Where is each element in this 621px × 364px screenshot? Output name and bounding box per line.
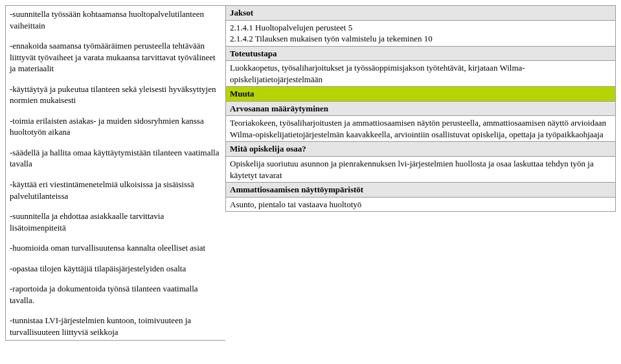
ymparistot-content: Asunto, pientalo tai vastaava huoltotyö [226, 198, 615, 212]
bullet-item: -huomioida oman turvallisuutensa kannalt… [10, 242, 221, 254]
bullet-item: -säädellä ja hallita omaa käyttäytymistä… [10, 147, 221, 170]
jaksot-content: 2.1.4.1 Huoltopalvelujen perusteet 5 2.1… [226, 21, 615, 47]
bullet-item: -ennakoida saamansa työmääräimen peruste… [10, 40, 221, 74]
section-header-muuta: Muuta [226, 87, 615, 102]
section-header-toteutustapa: Toteutustapa [226, 47, 615, 62]
document-layout: -suunnitella työssään kohtaamansa huolto… [5, 5, 616, 341]
section-header-ymparistot: Ammattiosaamisen näyttöympäristöt [226, 183, 615, 198]
bullet-item: -toimia erilaisten asiakas- ja muiden si… [10, 115, 221, 138]
bullet-item: -suunnitella ja ehdottaa asiakkaalle tar… [10, 210, 221, 233]
bullet-item: -opastaa tilojen käyttäjiä tilapäisjärje… [10, 263, 221, 275]
bullet-item: -suunnitella työssään kohtaamansa huolto… [10, 8, 221, 31]
toteutustapa-content: Luokkaopetus, työsaliharjoitukset ja työ… [226, 61, 615, 87]
bullet-item: -tunnistaa LVI-järjestelmien kuntoon, to… [10, 315, 221, 337]
right-column: Jaksot 2.1.4.1 Huoltopalvelujen perustee… [225, 5, 616, 212]
bullet-item: -raportoida ja dokumentoida työnsä tilan… [10, 283, 221, 306]
osaa-content: Opiskelija suoriutuu asunnon ja pienrake… [226, 157, 615, 183]
arvosana-content: Teoriakokeen, työsaliharjoitusten ja amm… [226, 116, 615, 142]
bullet-item: -käyttää eri viestintämenetelmiä ulkoisi… [10, 179, 221, 201]
jaksot-line-2: 2.1.4.2 Tilauksen mukaisen työn valmiste… [230, 33, 611, 45]
bullet-item: -käyttäytyä ja pukeutua tilanteen sekä y… [10, 84, 221, 106]
section-header-osaa: Mitä opiskelija osaa? [226, 142, 615, 157]
jaksot-line-1: 2.1.4.1 Huoltopalvelujen perusteet 5 [230, 22, 611, 34]
section-header-jaksot: Jaksot [226, 6, 615, 21]
section-header-arvosana: Arvosanan määräytyminen [226, 102, 615, 117]
left-column: -suunnitella työssään kohtaamansa huolto… [5, 5, 225, 341]
